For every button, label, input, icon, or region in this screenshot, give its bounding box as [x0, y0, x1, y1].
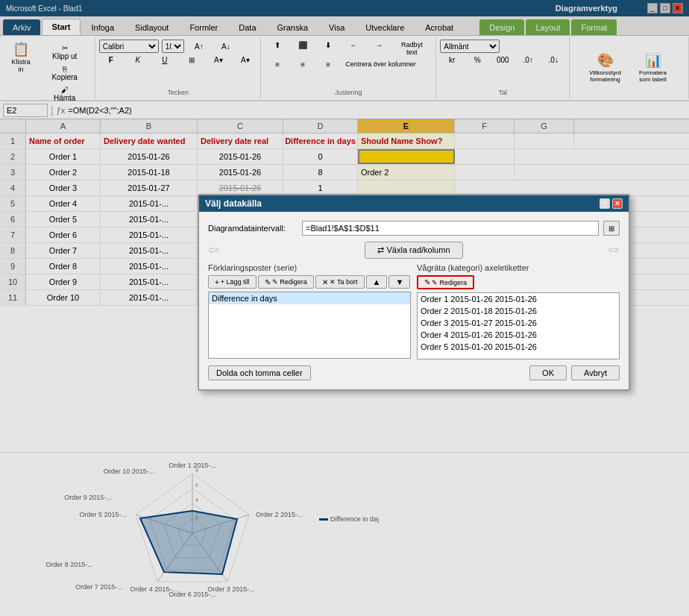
switch-row-col-button[interactable]: ⇄ Växla rad/kolumn	[365, 242, 462, 259]
interval-range-button[interactable]: ⊞	[603, 221, 620, 236]
right-panel-header: Vågräta (kategori) axeletiketter	[417, 263, 620, 272]
interval-label: Diagramdataintervall:	[208, 224, 298, 233]
arrow-right-icon: ⇨	[608, 242, 620, 259]
interval-input[interactable]	[302, 221, 599, 236]
remove-series-button[interactable]: ✕ ✕ Ta bort	[315, 275, 365, 289]
category-item-4[interactable]: Order 5 2015-01-20 2015-01-26	[418, 341, 619, 353]
arrow-left-icon: ⇦	[208, 242, 219, 259]
category-item-3[interactable]: Order 4 2015-01-26 2015-01-26	[418, 329, 619, 341]
dialog-close-button[interactable]: ✕	[612, 198, 623, 209]
dialog-overlay: Välj datakälla ? ✕ Diagramdataintervall:…	[0, 0, 689, 616]
edit-series-button[interactable]: ✎ ✎ Redigera	[258, 275, 314, 289]
category-item-2[interactable]: Order 3 2015-01-27 2015-01-26	[418, 317, 619, 329]
dialog-help-button[interactable]: ?	[600, 198, 610, 209]
ok-button[interactable]: OK	[529, 365, 567, 380]
left-panel-header: Förklaringsposter (serie)	[208, 263, 411, 272]
cancel-button[interactable]: Avbryt	[571, 365, 620, 380]
dialog-title: Välj datakälla	[205, 198, 262, 209]
category-item-0[interactable]: Order 1 2015-01-26 2015-01-26	[418, 293, 619, 305]
series-list[interactable]: Difference in days	[208, 292, 411, 359]
category-item-1[interactable]: Order 2 2015-01-18 2015-01-26	[418, 305, 619, 317]
data-source-dialog: Välj datakälla ? ✕ Diagramdataintervall:…	[198, 194, 630, 391]
move-up-button[interactable]: ▲	[366, 275, 388, 289]
series-item-0[interactable]: Difference in days	[209, 292, 410, 304]
move-down-button[interactable]: ▼	[388, 275, 410, 289]
add-series-button[interactable]: + + Lägg till	[208, 275, 257, 289]
categories-list[interactable]: Order 1 2015-01-26 2015-01-26 Order 2 20…	[417, 292, 620, 359]
hidden-empty-cells-button[interactable]: Dolda och tomma celler	[208, 365, 311, 380]
app-container: Microsoft Excel - Blad1 Diagramverktyg _…	[0, 0, 689, 616]
edit-categories-button[interactable]: ✎ ✎ Redigera	[417, 275, 474, 289]
